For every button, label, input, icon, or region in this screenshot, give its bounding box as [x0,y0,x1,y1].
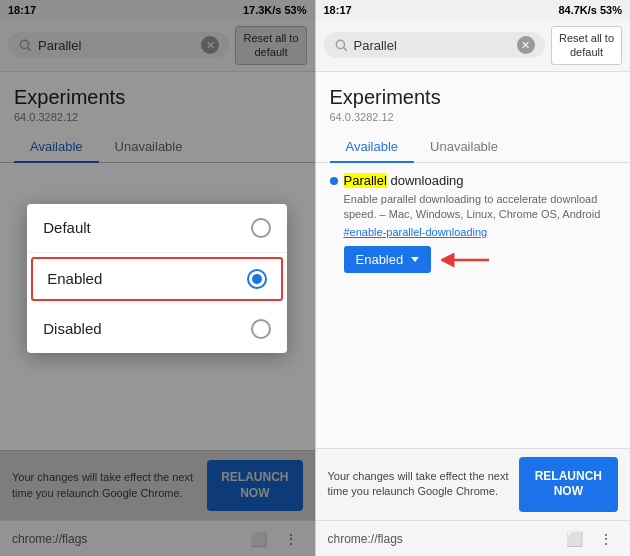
experiment-item-parallel: Parallel downloading Enable parallel dow… [330,173,617,274]
search-clear-right[interactable]: ✕ [517,36,535,54]
battery-right: 53% [600,4,622,16]
content-area-right: Experiments 64.0.3282.12 Available Unava… [316,72,631,448]
radio-enabled [247,269,267,289]
radio-disabled [251,319,271,339]
nav-bar-right: chrome://flags ⬜ ⋮ [316,520,631,556]
dropdown-arrow-icon [411,257,419,262]
experiment-title: Parallel downloading [344,173,464,188]
dialog-option-default[interactable]: Default [27,204,287,253]
radio-default [251,218,271,238]
search-icon-right [334,38,348,52]
tab-count-right[interactable]: ⬜ [562,527,586,551]
dialog-option-default-label: Default [43,219,91,236]
highlight-parallel: Parallel [344,173,387,188]
blue-dot [330,177,338,185]
nav-url-right: chrome://flags [328,532,555,546]
status-bar-right-right: 84.7K/s 53% [558,4,622,16]
search-text-right: Parallel [354,38,511,53]
dropdown-label: Enabled [356,252,404,267]
tab-available-right[interactable]: Available [330,131,415,162]
search-box-right[interactable]: Parallel ✕ [324,32,545,58]
tab-unavailable-right[interactable]: Unavailable [414,131,514,162]
reset-btn-right[interactable]: Reset all to default [551,26,622,65]
bottom-bar-right: Your changes will take effect the next t… [316,448,631,520]
close-icon-right: ✕ [521,40,530,51]
red-arrow-icon [441,248,491,272]
relaunch-btn-right[interactable]: RELAUNCH NOW [519,457,618,512]
right-panel: 18:17 84.7K/s 53% Parallel ✕ Reset all t… [316,0,631,556]
speed-right: 84.7K/s [558,4,597,16]
bottom-text-right: Your changes will take effect the next t… [328,469,511,500]
top-bar-right: Parallel ✕ Reset all to default [316,20,631,72]
main-scroll-right: Parallel downloading Enable parallel dow… [316,163,631,448]
status-bar-right-left: 18:17 [324,4,352,16]
experiment-header: Parallel downloading [330,173,617,188]
svg-point-2 [336,41,344,49]
dialog: Default Enabled Disabled [27,204,287,353]
status-bar-right: 18:17 84.7K/s 53% [316,0,631,20]
version-right: 64.0.3282.12 [316,111,631,131]
dialog-option-disabled[interactable]: Disabled [27,305,287,353]
dialog-option-disabled-label: Disabled [43,320,101,337]
svg-line-3 [343,48,346,51]
time-right: 18:17 [324,4,352,16]
dialog-option-enabled[interactable]: Enabled [31,257,283,301]
experiments-title-right: Experiments [316,72,631,111]
menu-icon-right[interactable]: ⋮ [594,527,618,551]
left-panel: 18:17 17.3K/s 53% Parallel ✕ Reset all t… [0,0,316,556]
experiment-desc: Enable parallel downloading to accelerat… [344,192,617,223]
dropdown-btn-enabled[interactable]: Enabled [344,246,432,273]
red-arrow-container [441,248,491,272]
title-suffix: downloading [387,173,464,188]
dialog-option-enabled-label: Enabled [47,270,102,287]
experiment-link[interactable]: #enable-parallel-downloading [344,226,617,238]
dialog-overlay[interactable]: Default Enabled Disabled [0,0,315,556]
tabs-right: Available Unavailable [316,131,631,163]
